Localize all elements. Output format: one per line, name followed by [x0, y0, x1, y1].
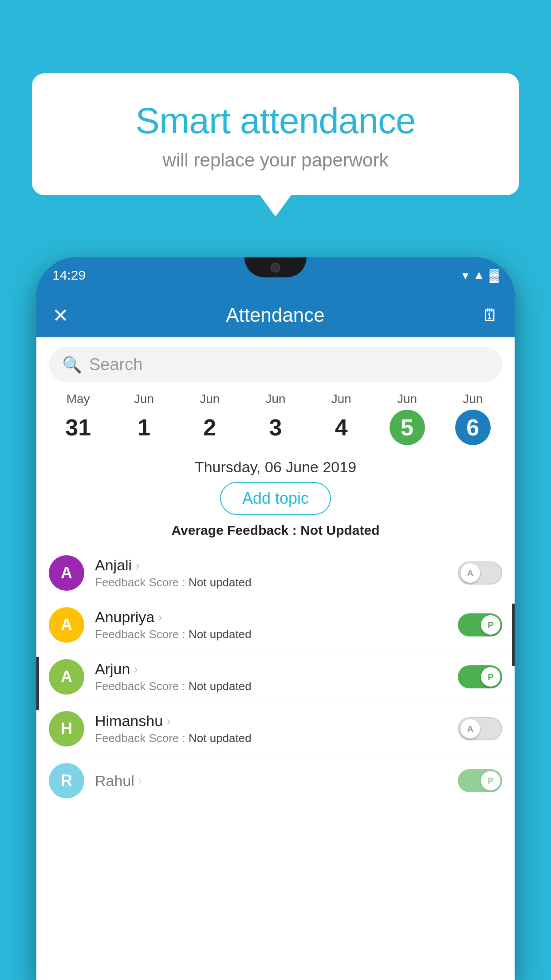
app-header: ✕ Attendance 🗓	[36, 293, 515, 337]
date-item-jun2[interactable]: Jun 2	[177, 392, 243, 445]
date-month: May	[45, 392, 111, 406]
student-info-himanshu: Himanshu › Feedback Score : Not updated	[95, 712, 447, 745]
student-item-anjali[interactable]: A Anjali › Feedback Score : Not updated …	[36, 547, 515, 599]
avatar-anjali: A	[49, 555, 84, 591]
student-name-anupriya: Anupriya ›	[95, 609, 447, 626]
student-feedback-anjali: Feedback Score : Not updated	[95, 576, 447, 589]
side-button-right	[512, 604, 515, 666]
camera	[271, 263, 280, 273]
close-button[interactable]: ✕	[52, 304, 69, 327]
average-feedback: Average Feedback : Not Updated	[36, 523, 515, 538]
phone-content: 🔍 Search May 31 Jun 1 Jun 2 Jun 3 Jun	[36, 337, 515, 980]
student-list: A Anjali › Feedback Score : Not updated …	[36, 547, 515, 806]
date-item-jun6[interactable]: Jun 6	[440, 392, 506, 445]
student-name-himanshu: Himanshu ›	[95, 712, 447, 730]
feedback-label: Average Feedback :	[171, 523, 300, 537]
search-bar[interactable]: 🔍 Search	[49, 347, 502, 382]
selected-date: Thursday, 06 June 2019	[36, 450, 515, 482]
student-info-partial: Rahul ›	[95, 772, 447, 790]
feedback-value: Not Updated	[300, 523, 379, 537]
status-bar: 14:29 ▾ ▲ ▓	[36, 257, 515, 293]
date-month: Jun	[177, 392, 243, 406]
status-icons: ▾ ▲ ▓	[462, 268, 499, 283]
status-time: 14:29	[52, 268, 86, 283]
toggle-knob: A	[460, 563, 480, 583]
toggle-arjun[interactable]: P	[458, 665, 502, 688]
date-day[interactable]: 31	[60, 410, 96, 445]
app-title: Attendance	[226, 304, 325, 326]
date-month: Jun	[440, 392, 506, 406]
avatar-anupriya: A	[49, 607, 84, 643]
date-day[interactable]: 3	[258, 410, 293, 445]
search-icon: 🔍	[62, 356, 82, 374]
date-item-jun3[interactable]: Jun 3	[243, 392, 308, 445]
date-day[interactable]: 1	[126, 410, 161, 445]
notch	[244, 257, 307, 277]
student-item-himanshu[interactable]: H Himanshu › Feedback Score : Not update…	[36, 703, 515, 755]
toggle-anupriya[interactable]: P	[458, 613, 502, 636]
date-item-jun4[interactable]: Jun 4	[308, 392, 374, 445]
student-item-partial[interactable]: R Rahul › P	[36, 755, 515, 806]
date-strip: May 31 Jun 1 Jun 2 Jun 3 Jun 4 Jun 5	[36, 392, 515, 445]
chevron-icon: ›	[166, 714, 170, 728]
date-month: Jun	[243, 392, 308, 406]
date-month: Jun	[374, 392, 440, 406]
toggle-knob: P	[481, 667, 500, 687]
toggle-partial[interactable]: P	[458, 769, 502, 792]
toggle-knob: P	[481, 615, 500, 635]
side-button-left	[36, 657, 39, 710]
student-item-arjun[interactable]: A Arjun › Feedback Score : Not updated P	[36, 651, 515, 703]
date-day-today[interactable]: 5	[390, 410, 425, 445]
student-info-anjali: Anjali › Feedback Score : Not updated	[95, 557, 447, 589]
chevron-icon: ›	[135, 558, 139, 573]
date-day-selected[interactable]: 6	[455, 410, 491, 445]
phone-frame: 14:29 ▾ ▲ ▓ ✕ Attendance 🗓 🔍 Search May …	[36, 257, 515, 980]
date-item-may31[interactable]: May 31	[45, 392, 111, 445]
student-item-anupriya[interactable]: A Anupriya › Feedback Score : Not update…	[36, 599, 515, 651]
date-day[interactable]: 4	[323, 410, 359, 445]
calendar-icon[interactable]: 🗓	[482, 306, 499, 325]
toggle-knob: P	[481, 771, 500, 790]
date-month: Jun	[308, 392, 374, 406]
search-input[interactable]: Search	[89, 355, 142, 374]
signal-icon: ▲	[473, 268, 485, 282]
avatar-himanshu: H	[49, 711, 84, 747]
avatar-arjun: A	[49, 659, 84, 695]
date-item-jun1[interactable]: Jun 1	[111, 392, 177, 445]
bubble-subtitle: will replace your paperwork	[54, 150, 497, 171]
chevron-icon: ›	[134, 662, 138, 676]
add-topic-button[interactable]: Add topic	[220, 482, 331, 515]
student-name-anjali: Anjali ›	[95, 557, 447, 574]
toggle-anjali[interactable]: A	[458, 561, 502, 585]
speech-bubble: Smart attendance will replace your paper…	[32, 73, 519, 195]
date-month: Jun	[111, 392, 177, 406]
chevron-icon: ›	[158, 610, 162, 624]
student-name-partial: Rahul ›	[95, 772, 447, 790]
date-item-jun5[interactable]: Jun 5	[374, 392, 440, 445]
toggle-knob: A	[460, 719, 480, 739]
toggle-himanshu[interactable]: A	[458, 717, 502, 740]
student-feedback-arjun: Feedback Score : Not updated	[95, 680, 447, 693]
bubble-title: Smart attendance	[54, 100, 497, 142]
battery-icon: ▓	[490, 268, 499, 282]
student-info-arjun: Arjun › Feedback Score : Not updated	[95, 660, 447, 693]
wifi-icon: ▾	[462, 268, 468, 283]
date-day[interactable]: 2	[192, 410, 228, 445]
student-feedback-anupriya: Feedback Score : Not updated	[95, 628, 447, 641]
student-name-arjun: Arjun ›	[95, 660, 447, 678]
student-feedback-himanshu: Feedback Score : Not updated	[95, 731, 447, 745]
student-info-anupriya: Anupriya › Feedback Score : Not updated	[95, 609, 447, 641]
avatar-partial: R	[49, 763, 84, 798]
chevron-icon: ›	[138, 774, 142, 788]
